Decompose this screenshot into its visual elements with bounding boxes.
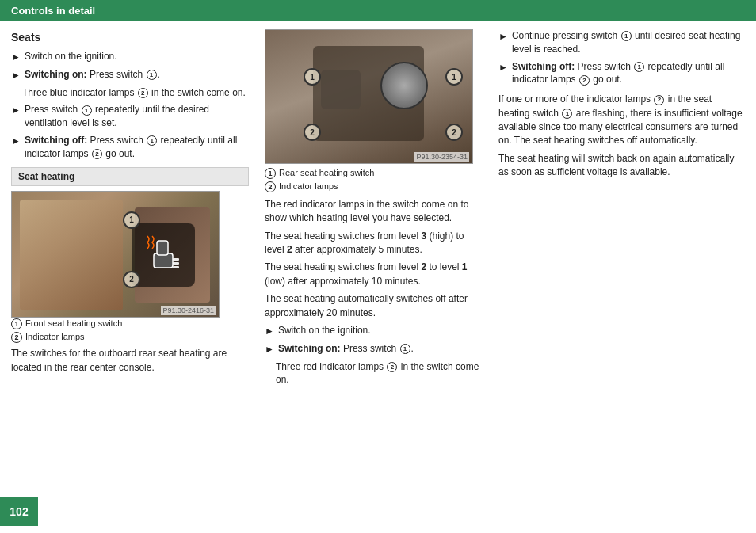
seats-title: Seats (11, 31, 249, 44)
right-bullet-2: ► Switching off: Press switch 1 repeated… (498, 60, 745, 87)
main-caption-1: 1 Rear seat heating switch (265, 167, 483, 179)
seat-icon-svg (139, 231, 187, 279)
middle-indent-1: Three red indicator lamps 2 in the switc… (276, 360, 483, 387)
circle-1-main-left: 1 (304, 68, 321, 86)
arrow-icon-1: ► (11, 51, 21, 64)
caption-circle-2: 2 (11, 332, 22, 343)
left-column: Seats ► Switch on the ignition. ► Switch… (11, 29, 257, 526)
seat-caption-1: 1 Front seat heating switch (11, 318, 249, 329)
seat-caption-2: 2 Indicator lamps (11, 331, 249, 343)
seats-bullet-1-text: Switch on the ignition. (25, 50, 117, 63)
arrow-icon-2: ► (11, 69, 21, 82)
right-arrow-2: ► (498, 61, 508, 74)
svg-rect-2 (173, 258, 179, 261)
right-info-2: The seat heating will switch back on aga… (498, 152, 745, 180)
seat-indicator-lamps-label: Indicator lamps (25, 331, 85, 343)
image-code-seat: P91.30-2416-31 (161, 306, 216, 315)
main-indicator-lamps-label: Indicator lamps (279, 181, 338, 192)
seats-bullet-4: ► Switching off: Press switch 1 repeated… (11, 134, 249, 161)
middle-para-1: The red indicator lamps in the switch co… (265, 198, 483, 226)
main-caption-circle-2: 2 (265, 181, 276, 192)
seat-heating-image: 1 2 P91.30-2416-31 (11, 191, 220, 318)
svg-rect-3 (173, 262, 179, 265)
middle-para-4: The seat heating automatically switches … (265, 292, 483, 320)
arrow-icon-3: ► (11, 104, 21, 117)
right-bullet-2-text: Switching off: Press switch 1 repeatedly… (512, 60, 745, 87)
middle-para-2: The seat heating switches from level 3 (… (265, 230, 483, 257)
circle-1-left: 1 (123, 211, 140, 229)
svg-rect-4 (173, 266, 179, 268)
page-number: 102 (10, 505, 28, 518)
circle-2-main-right: 2 (445, 124, 463, 141)
seat-heating-header: Seat heating (11, 167, 249, 186)
seats-bullet-2: ► Switching on: Press switch 1. (11, 68, 249, 82)
seat-heating-label: Seat heating (18, 171, 74, 182)
middle-bullet-1-text: Switch on the ignition. (278, 324, 371, 337)
arrow-icon-4: ► (11, 135, 21, 148)
caption-circle-1: 1 (11, 318, 22, 329)
front-seat-switch-label: Front seat heating switch (25, 318, 122, 329)
middle-bullet-2-text: Switching on: Press switch 1. (278, 342, 414, 356)
middle-bullet-1: ► Switch on the ignition. (265, 324, 483, 338)
seats-bullet-2-text: Switching on: Press switch 1. (25, 68, 160, 82)
seats-bullet-3: ► Press switch 1 repeatedly until the de… (11, 103, 249, 130)
right-arrow-1: ► (498, 30, 508, 44)
circle-2-left: 2 (123, 271, 140, 288)
right-column: ► Continue pressing switch 1 until desir… (491, 29, 745, 526)
middle-column: 1 1 2 2 P91.30-2354-31 1 Rear seat heati… (257, 29, 491, 526)
footer-page-number: 102 (0, 497, 38, 526)
seats-indent-1: Three blue indicator lamps 2 in the swit… (22, 86, 249, 100)
header-bar: Controls in detail (0, 0, 756, 21)
rear-seat-switch-label: Rear seat heating switch (279, 167, 374, 179)
seats-bullet-3-text: Press switch 1 repeatedly until the desi… (25, 103, 249, 130)
main-caption-2: 2 Indicator lamps (265, 181, 483, 192)
right-info-1: If one or more of the indicator lamps 2 … (498, 93, 745, 148)
mid-arrow-1: ► (265, 325, 274, 338)
header-title: Controls in detail (11, 5, 95, 17)
main-caption-circle-1: 1 (265, 168, 276, 179)
seats-bullet-4-text: Switching off: Press switch 1 repeatedly… (25, 134, 249, 161)
seat-below-text: The switches for the outboard rear seat … (11, 347, 249, 375)
mid-arrow-2: ► (265, 343, 274, 356)
svg-rect-1 (157, 241, 168, 255)
middle-bullet-2: ► Switching on: Press switch 1. (265, 342, 483, 356)
circle-2-main-left: 2 (304, 124, 321, 141)
middle-para-3: The seat heating switches from level 2 t… (265, 261, 483, 288)
main-car-image: 1 1 2 2 P91.30-2354-31 (265, 29, 473, 164)
right-bullet-1: ► Continue pressing switch 1 until desir… (498, 29, 745, 56)
circle-1-main-right: 1 (445, 68, 463, 86)
image-code-main: P91.30-2354-31 (414, 152, 469, 162)
right-bullet-1-text: Continue pressing switch 1 until desired… (512, 29, 745, 56)
seats-bullet-1: ► Switch on the ignition. (11, 50, 249, 64)
